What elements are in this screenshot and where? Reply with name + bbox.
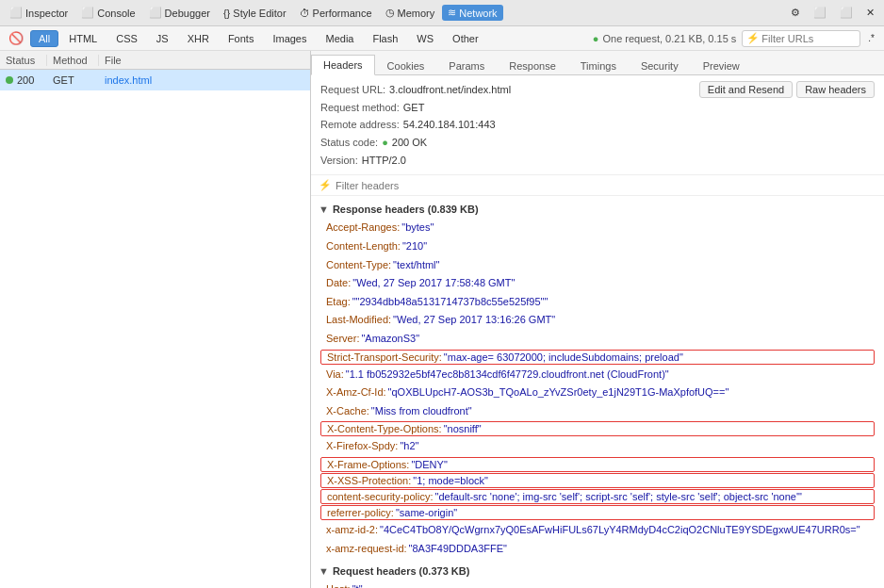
regex-toggle[interactable]: .* (862, 31, 880, 45)
header-name: referrer-policy: (327, 507, 394, 518)
style-editor-tab[interactable]: {} Style Editor (218, 6, 292, 21)
response-section-arrow: ▼ (319, 204, 329, 215)
remote-label: Remote address: (320, 116, 400, 134)
method-value: GET (403, 99, 425, 117)
header-name: x-amz-request-id: (326, 541, 407, 558)
raw-headers-button[interactable]: Raw headers (796, 81, 875, 98)
header-name: Content-Type: (326, 257, 391, 274)
style-editor-icon: {} (223, 8, 230, 19)
header-name: content-security-policy: (327, 491, 434, 502)
header-item: x-amz-request-id: "8A3F49DDDA3FFE" (311, 540, 884, 559)
filter-media[interactable]: Media (317, 30, 362, 47)
filter-images[interactable]: Images (264, 30, 315, 47)
filter-url-icon: ⚡ (746, 32, 760, 44)
header-value: "4CeC4TbO8Y/QcWgrnx7yQ0EsAFwHiFULs67LyY4… (380, 522, 860, 539)
performance-tab[interactable]: ⏱ Performance (294, 6, 378, 21)
status-indicator: ● (382, 134, 388, 152)
meta-actions: Edit and Resend Raw headers (699, 81, 875, 98)
method-label: Request method: (320, 99, 400, 117)
header-item: X-Amz-Cf-Id: "qOXBLUpcH7-AOS3b_TQoALo_zY… (311, 384, 884, 402)
status-dot-green (6, 76, 13, 84)
inspector-tab[interactable]: ⬜ Inspector (4, 5, 74, 21)
header-item: x-amz-id-2: "4CeC4TbO8Y/QcWgrnx7yQ0EsAFw… (311, 521, 884, 540)
header-name: Last-Modified: (326, 312, 391, 329)
status-column-header: Status (0, 55, 47, 66)
filter-js[interactable]: JS (148, 30, 177, 47)
filter-html[interactable]: HTML (60, 30, 106, 47)
header-name: X-Frame-Options: (327, 459, 409, 470)
file-column-header: File (99, 55, 310, 66)
header-value: "DENY" (411, 459, 447, 470)
settings-icon[interactable]: ⚙ (785, 5, 806, 21)
header-item-highlighted: Strict-Transport-Security: "max-age= 630… (320, 350, 875, 365)
tab-bar: Headers Cookies Params Response Timings … (311, 51, 884, 75)
header-name: X-Cache: (326, 403, 369, 420)
headers-content: ▼ Response headers (0.839 KB) Accept-Ran… (311, 196, 884, 588)
header-item: Content-Type: "text/html" (311, 256, 884, 275)
header-name: Via: (326, 367, 344, 384)
request-meta: Request URL: 3.cloudfront.net/index.html… (311, 75, 884, 175)
filter-url-input[interactable] (761, 33, 856, 44)
console-tab[interactable]: ⬜ Console (75, 5, 140, 21)
clear-requests-button[interactable]: 🚫 (4, 30, 28, 46)
filter-css[interactable]: CSS (107, 30, 146, 47)
header-value: "1; mode=block" (413, 475, 488, 486)
response-headers-section-header[interactable]: ▼ Response headers (0.839 KB) (311, 200, 884, 219)
debugger-tab[interactable]: ⬜ Debugger (143, 5, 216, 21)
undock-icon[interactable]: ⬜ (834, 5, 859, 21)
table-row[interactable]: 200 GET index.html (0, 70, 310, 90)
tab-cookies[interactable]: Cookies (375, 56, 437, 75)
filter-headers-icon: ⚡ (319, 179, 332, 191)
version-value: HTTP/2.0 (362, 152, 406, 170)
header-name: X-XSS-Protection: (327, 475, 411, 486)
filter-other[interactable]: Other (444, 30, 487, 47)
header-name: Server: (326, 331, 359, 348)
filter-all[interactable]: All (30, 30, 58, 47)
header-value: "t" (352, 581, 363, 588)
tab-headers[interactable]: Headers (311, 55, 375, 75)
close-icon[interactable]: ✕ (860, 5, 880, 21)
tab-timings[interactable]: Timings (568, 56, 629, 75)
header-name: Date: (326, 275, 351, 292)
header-value: "qOXBLUpcH7-AOS3b_TQoALo_zYvZSr0ety_e1jN… (388, 384, 729, 401)
dock-icon[interactable]: ⬜ (808, 5, 832, 21)
header-name: X-Amz-Cf-Id: (326, 384, 386, 401)
memory-tab[interactable]: ◷ Memory (380, 5, 441, 21)
response-headers-list: Accept-Ranges: "bytes"Content-Length: "2… (311, 219, 884, 558)
request-headers-section-header[interactable]: ▼ Request headers (0.373 KB) (311, 562, 884, 580)
status-cell: 200 (0, 74, 47, 86)
filter-url-box: ⚡ (742, 30, 860, 47)
tab-params[interactable]: Params (436, 56, 497, 75)
performance-icon: ⏱ (300, 8, 310, 19)
request-section-title: Request headers (0.373 KB) (333, 565, 470, 577)
version-label: Version: (320, 152, 358, 170)
memory-icon: ◷ (385, 7, 395, 19)
tab-response[interactable]: Response (497, 56, 568, 75)
header-value: "same-origin" (396, 507, 457, 518)
network-icon: ≋ (448, 7, 456, 19)
inspector-icon: ⬜ (9, 7, 23, 19)
header-name: X-Firefox-Spdy: (326, 438, 398, 455)
network-tab[interactable]: ≋ Network (442, 5, 502, 21)
remote-value: 54.240.184.101:443 (403, 116, 496, 134)
filter-headers-input[interactable] (336, 180, 876, 191)
header-value: "bytes" (401, 220, 434, 237)
url-label: Request URL: (320, 81, 385, 99)
header-item: Via: "1.1 fb052932e5bf47ec8b8134cdf6f477… (311, 366, 884, 384)
tab-preview[interactable]: Preview (691, 56, 752, 75)
edit-resend-button[interactable]: Edit and Resend (699, 81, 793, 98)
filter-flash[interactable]: Flash (364, 30, 406, 47)
filter-headers-row: ⚡ (311, 175, 884, 196)
header-value: "text/html" (393, 257, 439, 274)
tab-security[interactable]: Security (629, 56, 691, 75)
header-name: X-Content-Type-Options: (327, 423, 442, 434)
filter-xhr[interactable]: XHR (179, 30, 218, 47)
request-section-arrow: ▼ (319, 565, 329, 577)
header-name: Etag: (326, 294, 351, 311)
filter-fonts[interactable]: Fonts (220, 30, 263, 47)
filter-ws[interactable]: WS (408, 30, 442, 47)
header-item-highlighted: content-security-policy: "default-src 'n… (320, 489, 875, 504)
header-item: Server: "AmazonS3" (311, 330, 884, 349)
header-name: x-amz-id-2: (326, 522, 378, 539)
header-value: "1.1 fb052932e5bf47ec8b8134cdf6f47729.cl… (346, 367, 669, 384)
